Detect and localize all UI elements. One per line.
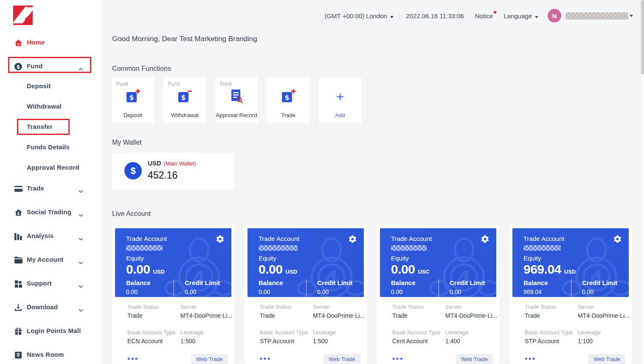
dooprime-logo[interactable] — [13, 6, 33, 25]
account-summary-panel: 4 Trade Account Equity 0.00USD Balance 0… — [115, 228, 231, 297]
web-trade-button[interactable]: Web Trade — [191, 354, 228, 364]
sidebar-item-my-account[interactable]: My Account — [0, 254, 102, 266]
trade-status-label: Trade Status — [260, 304, 291, 310]
credit-limit-value: 0.00 — [582, 288, 617, 295]
divider — [439, 279, 439, 297]
caret-down-icon — [390, 16, 394, 18]
bar-chart-icon — [14, 232, 22, 241]
gear-icon[interactable] — [348, 235, 357, 244]
chevron-down-icon — [79, 258, 83, 266]
sidebar-item-funds-details[interactable]: Funds Details — [0, 141, 102, 154]
trade-status-value: Trade — [525, 312, 540, 319]
equity-label: Equity — [391, 255, 409, 262]
credit-limit-value: 0.00 — [185, 288, 220, 295]
sidebar-item-support[interactable]: Support — [0, 277, 102, 290]
datetime-text: 2022.06.16 11:33:06 — [406, 12, 464, 20]
account-summary-panel: 4 Trade Account Equity 0.00USC Balance 0… — [380, 228, 496, 297]
sidebar-item-transfer[interactable]: Transfer — [0, 121, 102, 134]
account-type-label: Basic Account Type — [525, 329, 573, 336]
topbar: (GMT +00:00) London 2022.06.16 11:33:06 … — [324, 9, 633, 22]
dollar-circle-icon: $ — [14, 62, 22, 71]
chevron-down-icon — [79, 282, 83, 290]
account-summary-panel: 4 Trade Account Equity 0.00USD Balance 0… — [247, 228, 364, 297]
chevron-down-icon — [79, 187, 83, 195]
withdrawal-icon: $ — [177, 89, 192, 104]
divider — [174, 279, 174, 297]
folder-icon — [14, 256, 22, 264]
sidebar-item-home[interactable]: Home — [0, 36, 102, 49]
sidebar-item-login-points-mall[interactable]: Login Points Mall — [0, 325, 102, 338]
scrollbar[interactable] — [640, 0, 644, 364]
leverage-label: Leverage — [578, 329, 601, 336]
trade-status-value: Trade — [260, 312, 275, 319]
balance-value: 0.00 — [259, 288, 306, 295]
wallet-currency: USD — [148, 160, 161, 167]
leverage-label: Leverage — [445, 329, 468, 336]
timezone-selector[interactable]: (GMT +00:00) London — [324, 12, 394, 20]
live-account-card: 4 Trade Account Equity 0.00USD Balance 0… — [244, 225, 367, 364]
sidebar-item-approval-record[interactable]: Approval Record — [0, 162, 102, 174]
language-selector[interactable]: Language — [503, 12, 538, 20]
balance-value: 969.04 — [523, 288, 571, 295]
chevron-down-icon — [79, 235, 83, 242]
more-actions-button[interactable]: ••• — [127, 355, 139, 363]
trade-status-label: Trade Status — [392, 304, 424, 310]
equity-currency: USD — [153, 269, 164, 275]
add-function-card[interactable]: + Add — [319, 77, 361, 123]
web-trade-button[interactable]: Web Trade — [456, 354, 493, 364]
notice-dot — [494, 11, 496, 14]
sidebar-item-news-room[interactable]: News Room — [0, 349, 102, 361]
account-summary-panel: 4 Trade Account Equity 969.04USD Balance… — [512, 228, 629, 297]
svg-text:$: $ — [181, 94, 186, 101]
common-function-deposit[interactable]: Fund $ Deposit — [112, 77, 154, 123]
balance-label: Balance — [259, 279, 306, 286]
more-actions-button[interactable]: ••• — [392, 355, 404, 363]
sidebar-item-social-trading[interactable]: Social Trading — [0, 206, 102, 219]
greeting-text: Good Morning, Dear Test Marketing Brandi… — [112, 35, 257, 43]
web-trade-button[interactable]: Web Trade — [588, 354, 625, 364]
web-trade-button[interactable]: Web Trade — [323, 354, 360, 364]
common-function-trade[interactable]: $ Trade — [267, 77, 309, 123]
scrollbar-thumb[interactable] — [641, 0, 644, 74]
section-title-my-wallet: My Wallet — [112, 139, 142, 146]
equity-currency: USD — [285, 269, 297, 275]
trade-status-value: Trade — [392, 312, 408, 319]
svg-text:$: $ — [285, 94, 289, 101]
notice-link[interactable]: Notice — [475, 12, 493, 20]
gear-icon[interactable] — [216, 235, 225, 244]
common-function-approval-record[interactable]: Fund Approval Record — [215, 77, 258, 123]
download-icon — [14, 303, 22, 312]
caret-down-icon[interactable] — [630, 15, 633, 17]
wallet-amount: 452.16 — [148, 170, 177, 181]
sidebar-item-download[interactable]: Download — [0, 301, 102, 314]
more-actions-button[interactable]: ••• — [525, 355, 536, 363]
home-icon — [14, 39, 22, 47]
gear-icon[interactable] — [613, 235, 622, 244]
common-function-withdrawal[interactable]: Fund $ Withdrawal — [163, 77, 206, 123]
live-account-card: 4 Trade Account Equity 969.04USD Balance… — [509, 225, 632, 364]
equity-value: 969.04 — [523, 262, 561, 276]
equity-value: 0.00 — [259, 262, 282, 276]
balance-label: Balance — [126, 279, 174, 286]
section-title-common-functions: Common Functions — [112, 65, 171, 73]
sidebar-item-deposit[interactable]: Deposit — [0, 80, 102, 93]
chevron-down-icon — [79, 306, 83, 314]
server-label: Server — [313, 304, 329, 310]
wallet-card[interactable]: $ USD(Main Wallet) 452.16 — [112, 153, 234, 189]
house-person-icon — [14, 208, 22, 217]
gear-icon[interactable] — [481, 235, 489, 244]
sidebar-item-withdrawal[interactable]: Withdrawal — [0, 101, 102, 113]
sidebar-item-analysis[interactable]: Analysis — [0, 230, 102, 243]
avatar[interactable]: N — [548, 9, 561, 22]
account-type-value: ECN Account — [127, 338, 163, 344]
live-account-card: 4 Trade Account Equity 0.00USC Balance 0… — [377, 225, 500, 364]
divider — [571, 279, 571, 297]
sidebar-item-trade[interactable]: Trade — [0, 182, 102, 195]
credit-limit-label: Credit Limit — [582, 279, 617, 286]
credit-limit-label: Credit Limit — [185, 279, 220, 286]
balance-label: Balance — [391, 279, 439, 286]
sidebar-item-fund[interactable]: $ Fund — [0, 60, 102, 73]
chevron-up-icon — [79, 65, 83, 73]
trade-status-label: Trade Status — [127, 304, 159, 310]
more-actions-button[interactable]: ••• — [260, 355, 271, 363]
